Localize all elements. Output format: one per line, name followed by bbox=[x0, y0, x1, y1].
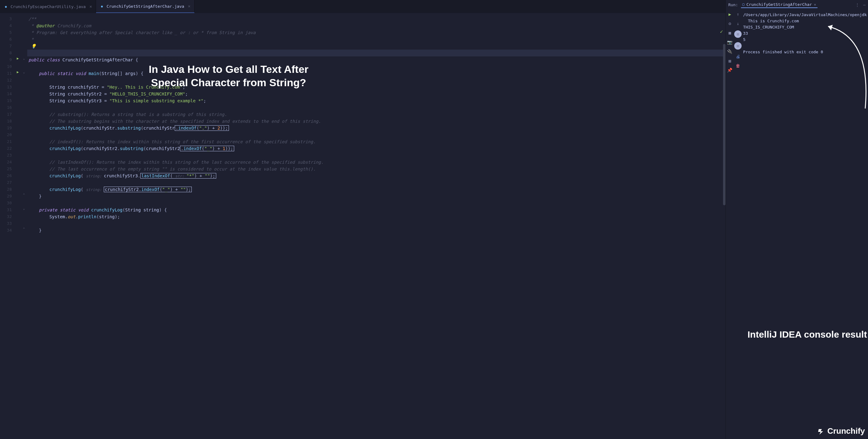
layout-icon[interactable]: ▦ bbox=[728, 58, 731, 63]
current-line bbox=[27, 50, 725, 56]
java-file-icon: ● bbox=[4, 4, 8, 9]
crunchify-logo: Crunchify bbox=[817, 426, 865, 436]
attach-icon[interactable]: 🔌 bbox=[727, 49, 732, 54]
run-body: ▶ ⚙ ■ 📷 🔌 ▦ 📌 ↑ ↓ ≡ ≡ 🖨 🗑 /Users/app/Lib… bbox=[726, 9, 868, 439]
fold-icon[interactable]: ⌄ bbox=[23, 56, 25, 60]
tab-label: CrunchifyEscapeCharUtility.java bbox=[10, 4, 86, 9]
annotation-label: IntelliJ IDEA console result bbox=[747, 329, 867, 340]
run-label: Run: bbox=[728, 2, 738, 7]
overlay-title: In Java How to Get all Text AfterSpecial… bbox=[149, 63, 309, 89]
pin-icon[interactable]: 📌 bbox=[727, 67, 732, 72]
editor-body: 3 4 5 6 7 8 9 10 11 12 13 14 15 16 17 18… bbox=[0, 13, 725, 439]
checkmark-icon: ✓ bbox=[720, 29, 723, 34]
print-icon[interactable]: 🖨 bbox=[736, 54, 740, 59]
fold-icon[interactable]: ⌃ bbox=[23, 227, 25, 231]
line-number-gutter: 3 4 5 6 7 8 9 10 11 12 13 14 15 16 17 18… bbox=[0, 13, 16, 439]
fold-icon[interactable]: ⌄ bbox=[23, 206, 25, 210]
settings-icon[interactable]: ⚙ bbox=[728, 21, 731, 26]
stop-icon[interactable]: ■ bbox=[728, 30, 731, 35]
scroll-to-end-icon[interactable]: ≡ bbox=[734, 42, 742, 50]
run-method-icon[interactable]: ▶ bbox=[17, 70, 19, 74]
up-arrow-icon[interactable]: ↑ bbox=[737, 12, 739, 17]
console-output[interactable]: /Users/app/Library/Java/JavaVirtualMachi… bbox=[742, 9, 868, 439]
more-icon[interactable]: ⋮ bbox=[855, 2, 859, 7]
run-gutter: ▶ ▶ bbox=[16, 13, 23, 439]
fold-icon[interactable]: ⌄ bbox=[23, 70, 25, 74]
run-panel: Run: ▢ CrunchifyGetStringAfterChar × ⋮ —… bbox=[725, 0, 868, 439]
fold-gutter: ⌄ ⌄ ⌃ ⌄ ⌃ bbox=[23, 13, 27, 439]
rerun-icon[interactable]: ▶ bbox=[728, 12, 731, 17]
run-config-tab[interactable]: ▢ CrunchifyGetStringAfterChar × bbox=[741, 2, 817, 8]
run-class-icon[interactable]: ▶ bbox=[17, 56, 19, 60]
minimize-icon[interactable]: — bbox=[863, 2, 866, 7]
close-icon[interactable]: × bbox=[188, 4, 190, 9]
editor-tabs: ● CrunchifyEscapeCharUtility.java × ● Cr… bbox=[0, 0, 725, 13]
run-toolbar-left: ▶ ⚙ ■ 📷 🔌 ▦ 📌 bbox=[726, 9, 734, 439]
java-file-icon: ● bbox=[100, 4, 104, 8]
tab-get-string-after-char[interactable]: ● CrunchifyGetStringAfterChar.java × bbox=[96, 0, 194, 13]
fold-icon[interactable]: ⌃ bbox=[23, 193, 25, 197]
dump-icon[interactable]: 📷 bbox=[727, 40, 732, 45]
run-toolbar-inner: ↑ ↓ ≡ ≡ 🖨 🗑 bbox=[734, 9, 742, 439]
down-arrow-icon[interactable]: ↓ bbox=[737, 21, 739, 26]
vertical-scrollbar[interactable] bbox=[723, 44, 725, 205]
close-icon[interactable]: × bbox=[814, 2, 816, 7]
delete-icon[interactable]: 🗑 bbox=[736, 63, 740, 68]
run-config-icon: ▢ bbox=[742, 2, 744, 6]
soft-wrap-icon[interactable]: ≡ bbox=[734, 30, 742, 38]
tab-escape-char-utility[interactable]: ● CrunchifyEscapeCharUtility.java × bbox=[0, 0, 96, 13]
editor-panel: ● CrunchifyEscapeCharUtility.java × ● Cr… bbox=[0, 0, 725, 439]
close-icon[interactable]: × bbox=[90, 4, 92, 9]
run-header: Run: ▢ CrunchifyGetStringAfterChar × ⋮ — bbox=[726, 0, 868, 9]
tab-label: CrunchifyGetStringAfterChar.java bbox=[106, 4, 184, 9]
code-area[interactable]: /** * @author Crunchify.com * Program: G… bbox=[27, 13, 725, 439]
